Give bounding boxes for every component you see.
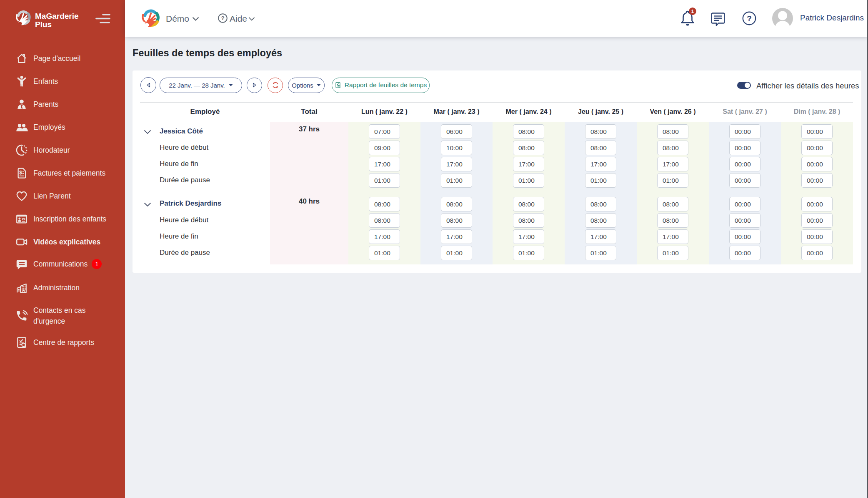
svg-text:$: $ — [19, 170, 22, 176]
svg-text:?: ? — [747, 14, 752, 23]
svg-text:?: ? — [221, 15, 224, 21]
